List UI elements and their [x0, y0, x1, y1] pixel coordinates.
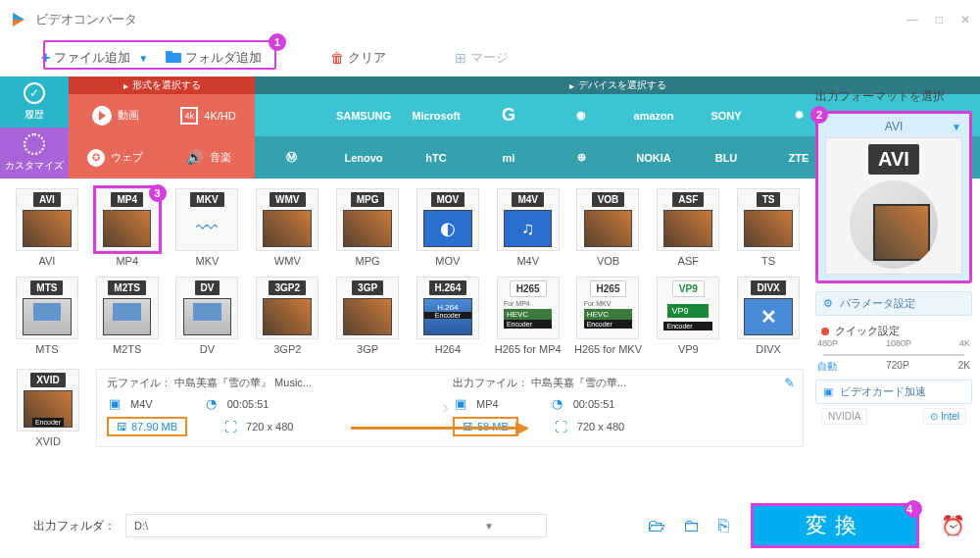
clear-label: クリア [348, 49, 386, 67]
mode-web[interactable]: ✪ ウェブ [69, 136, 162, 178]
format-item-h264[interactable]: H.264H.264EncoderH264 [413, 277, 483, 355]
badge-4: 4 [905, 500, 922, 518]
quality-slider[interactable] [823, 354, 964, 356]
format-label: H265 for MP4 [495, 343, 562, 355]
merge-icon: ⊞ [455, 50, 466, 66]
format-label: XVID [35, 435, 61, 447]
format-item-wmv[interactable]: WMVWMV [252, 188, 322, 267]
add-file-button[interactable]: + ファイル追加 ▼ [41, 49, 148, 67]
param-settings-button[interactable]: ⚙ パラメータ設定 [815, 291, 972, 316]
brand-nokia[interactable]: NOKIA [617, 136, 690, 178]
clear-button[interactable]: 🗑 クリア [330, 49, 386, 67]
format-label: 3GP2 [273, 343, 301, 355]
format-chip: 3GP2 [269, 280, 306, 295]
format-label: M4V [516, 255, 539, 267]
merge-button[interactable]: ⊞ マージ [455, 49, 509, 67]
output-format: MP4 [476, 398, 499, 410]
brand-lenovo[interactable]: Lenovo [327, 136, 400, 178]
brand-lg[interactable]: ◉ [545, 94, 617, 136]
mode-music-label: 音楽 [210, 150, 231, 165]
minimize-button[interactable]: — [906, 13, 918, 26]
format-label: DIVX [756, 343, 781, 355]
mode-video[interactable]: 動画 [69, 94, 162, 136]
output-resolution: 720 x 480 [577, 421, 624, 432]
mode-music[interactable]: 🔊 音楽 [162, 136, 255, 178]
format-chip: DV [195, 280, 220, 295]
format-item-3gp2[interactable]: 3GP23GP2 [252, 277, 322, 355]
tab-marker-icon: ▸ [569, 80, 574, 91]
add-folder-button[interactable]: フォルダ追加 [166, 49, 262, 67]
close-button[interactable]: ✕ [960, 13, 970, 26]
folder-settings-button[interactable]: ⎘ [718, 516, 729, 536]
format-item-vob[interactable]: VOBVOB [573, 188, 644, 267]
format-item-ts[interactable]: TSTS [733, 188, 804, 267]
format-item-avi[interactable]: AVIAVI [12, 188, 82, 267]
brand-motorola[interactable]: Ⓜ [255, 136, 327, 178]
format-chip: MPG [351, 192, 385, 207]
format-item-mpg[interactable]: MPGMPG [332, 188, 403, 267]
add-file-label: ファイル追加 [54, 49, 130, 67]
window-title: ビデオコンバータ [35, 11, 906, 28]
browse-folder-button[interactable]: 🗀 [683, 516, 701, 536]
format-label: 3GP [357, 343, 378, 355]
output-format-thumb: AVI [825, 137, 962, 275]
format-item-m4v[interactable]: M4V♫M4V [493, 188, 564, 267]
brand-blu[interactable]: BLU [690, 136, 762, 178]
brand-apple[interactable] [255, 94, 327, 136]
tab-device-label: デバイスを選択する [578, 78, 666, 92]
formats-row1: AVIAVIMP4MP43MKVMKVWMVWMVMPGMPGMOV◐MOVM4… [12, 188, 804, 267]
intel-chip: ⊙ Intel [923, 408, 966, 425]
format-item-divx[interactable]: DIVX✕DIVX [733, 277, 804, 355]
chevron-down-icon[interactable]: ▼ [484, 521, 494, 532]
format-item-vp9[interactable]: VP9VP9EncoderVP9 [653, 277, 723, 355]
gpu-accel-button[interactable]: ▣ ビデオカード加速 [815, 380, 972, 404]
format-item-mp4[interactable]: MP4MP43 [92, 188, 163, 267]
oneplus-icon: ⊕ [577, 151, 586, 164]
output-file-name: 中島美嘉『雪の華... [531, 377, 626, 388]
mode-hd[interactable]: 4k 4K/HD [162, 94, 255, 136]
customize-tile[interactable]: カスタマイズ [0, 127, 69, 178]
format-item-3gp[interactable]: 3GP3GP [332, 277, 403, 355]
speaker-icon: 🔊 [186, 149, 204, 167]
brand-google[interactable]: G [472, 94, 545, 136]
format-chip: VP9 [672, 280, 705, 297]
svg-rect-1 [166, 51, 172, 55]
schedule-button[interactable]: ⏰ [935, 508, 970, 543]
disk-icon: 🖫 [117, 421, 127, 432]
format-chip: M2TS [108, 280, 146, 295]
open-folder-button[interactable]: 🗁 [648, 516, 665, 536]
output-format-selector[interactable]: 2 AVI ▼ AVI [815, 111, 972, 283]
history-tile[interactable]: ✓ 履歴 [0, 76, 69, 127]
format-item-xvid[interactable]: XVIDEncoder XVID [12, 369, 84, 447]
format-label: MTS [35, 343, 58, 355]
format-item-asf[interactable]: ASFASF [653, 188, 723, 267]
format-item-h265-for-mkv[interactable]: H265For MKVHEVCEncoderH265 for MKV [573, 277, 644, 355]
quick-settings-header: クイック設定 [815, 324, 972, 338]
brand-htc[interactable]: hTC [400, 136, 472, 178]
convert-button[interactable]: 変換 4 [751, 503, 919, 548]
chevron-down-icon[interactable]: ▼ [138, 53, 148, 64]
format-item-dv[interactable]: DVDV [172, 277, 243, 355]
edit-icon[interactable]: ✎ [784, 376, 795, 390]
brand-microsoft[interactable]: Microsoft [400, 94, 472, 136]
merge-label: マージ [470, 49, 509, 67]
brand-amazon[interactable]: amazon [617, 94, 690, 136]
format-item-mts[interactable]: MTSMTS [12, 277, 82, 355]
format-item-h265-for-mp4[interactable]: H265For MP4HEVCEncoderH265 for MP4 [493, 277, 564, 355]
brand-oneplus[interactable]: ⊕ [545, 136, 617, 178]
history-label: 履歴 [24, 108, 44, 122]
brand-xiaomi[interactable]: mi [472, 136, 545, 178]
format-item-mkv[interactable]: MKVMKV [172, 188, 243, 267]
brand-samsung[interactable]: SAMSUNG [327, 94, 400, 136]
format-item-m2ts[interactable]: M2TSM2TS [92, 277, 163, 355]
chevron-down-icon[interactable]: ▼ [952, 122, 961, 132]
format-item-mov[interactable]: MOV◐MOV [413, 188, 483, 267]
brand-sony[interactable]: SONY [690, 94, 762, 136]
quick-settings-label: クイック設定 [835, 324, 900, 338]
file-panel: › ✎ 元ファイル： 中島美嘉『雪の華』 Music... ▣M4V ◔00:0… [96, 369, 804, 447]
maximize-button[interactable]: □ [936, 13, 943, 26]
tab-format[interactable]: ▸ 形式を選択する [69, 76, 255, 94]
mode-hd-label: 4K/HD [204, 110, 235, 122]
format-chip: 3GP [352, 280, 383, 295]
output-file-col: 出力ファイル： 中島美嘉『雪の華... ▣MP4 ◔00:05:51 🖫58 M… [453, 376, 793, 440]
